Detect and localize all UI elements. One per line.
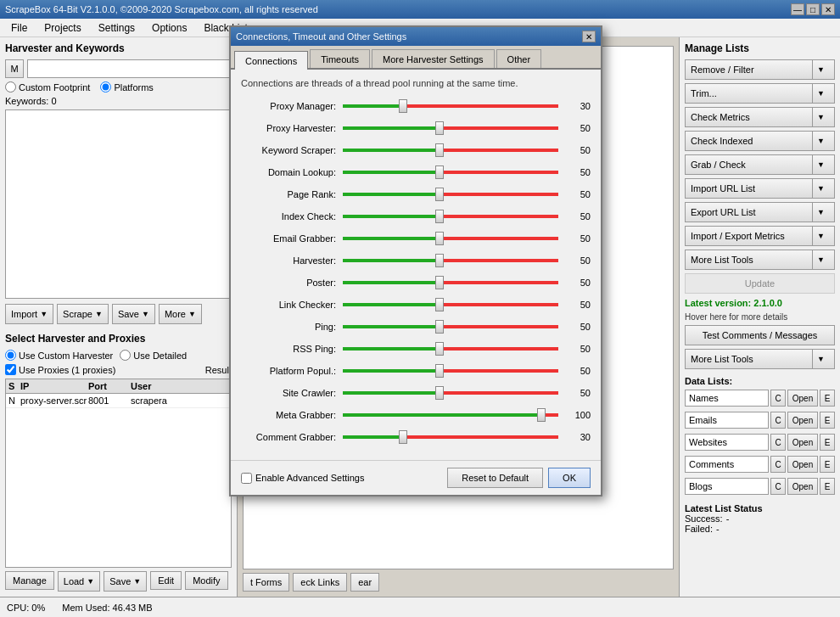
- import-button[interactable]: Import ▼: [5, 304, 53, 324]
- slider-thumb-1[interactable]: [435, 121, 444, 135]
- import-url-button[interactable]: Import URL List ▼: [685, 178, 835, 199]
- scrape-button[interactable]: Scrape ▼: [57, 304, 109, 324]
- slider-thumb-4[interactable]: [435, 188, 444, 201]
- slider-thumb-0[interactable]: [399, 99, 407, 113]
- use-proxies-checkbox[interactable]: Use Proxies (1 proxies): [5, 364, 115, 375]
- ok-button[interactable]: OK: [548, 468, 591, 488]
- slider-value-13: 50: [565, 388, 591, 398]
- check-indexed-arrow-icon[interactable]: ▼: [812, 132, 829, 150]
- check-metrics-arrow-icon[interactable]: ▼: [812, 108, 829, 126]
- websites-open-button[interactable]: Open: [787, 434, 818, 451]
- menu-options[interactable]: Options: [144, 20, 194, 36]
- custom-harvester-radio[interactable]: Use Custom Harvester: [5, 350, 113, 361]
- menu-file[interactable]: File: [3, 20, 35, 36]
- slider-thumb-12[interactable]: [435, 364, 444, 378]
- edit-button[interactable]: Edit: [150, 571, 182, 590]
- custom-footprint-radio[interactable]: Custom Footprint: [5, 81, 90, 93]
- import-export-metrics-button[interactable]: Import / Export Metrics ▼: [685, 226, 835, 246]
- slider-thumb-2[interactable]: [435, 143, 444, 157]
- slider-thumb-6[interactable]: [435, 232, 444, 245]
- export-url-button[interactable]: Export URL List ▼: [685, 202, 835, 222]
- slider-container-0: [343, 98, 558, 114]
- menu-settings[interactable]: Settings: [91, 20, 143, 36]
- slider-container-5: [343, 209, 558, 224]
- emails-e-button[interactable]: E: [820, 412, 835, 429]
- forms-button[interactable]: t Forms: [243, 573, 289, 592]
- blogs-c-button[interactable]: C: [770, 478, 786, 495]
- comments-c-button[interactable]: C: [770, 456, 786, 473]
- platforms-radio[interactable]: Platforms: [100, 81, 153, 93]
- load-button[interactable]: Load ▼: [58, 571, 100, 592]
- slider-thumb-5[interactable]: [435, 210, 444, 223]
- more-button[interactable]: More ▼: [159, 304, 202, 324]
- modify-button[interactable]: Modify: [185, 571, 227, 590]
- grab-check-button[interactable]: Grab / Check ▼: [685, 154, 835, 175]
- trim-button[interactable]: Trim... ▼: [685, 83, 835, 104]
- slider-thumb-14[interactable]: [537, 408, 546, 422]
- websites-e-button[interactable]: E: [820, 434, 835, 451]
- use-detailed-radio[interactable]: Use Detailed: [120, 350, 187, 361]
- save-button[interactable]: Save ▼: [112, 304, 155, 324]
- tab-more-harvester[interactable]: More Harvester Settings: [372, 49, 495, 68]
- slider-thumb-3[interactable]: [435, 165, 444, 179]
- tab-other[interactable]: Other: [496, 49, 542, 68]
- remove-filter-arrow-icon[interactable]: ▼: [812, 60, 829, 79]
- tab-timeouts[interactable]: Timeouts: [310, 49, 370, 68]
- trim-arrow-icon[interactable]: ▼: [812, 84, 829, 103]
- minimize-button[interactable]: —: [791, 3, 804, 15]
- comments-e-button[interactable]: E: [820, 456, 835, 473]
- import-export-metrics-arrow-icon[interactable]: ▼: [812, 227, 829, 245]
- bottom-save-button[interactable]: Save ▼: [104, 571, 147, 592]
- emails-open-button[interactable]: Open: [787, 412, 818, 429]
- slider-value-8: 50: [565, 278, 591, 288]
- more-list-tools-button-2[interactable]: More List Tools ▼: [685, 349, 835, 369]
- lear-button[interactable]: ear: [350, 573, 379, 592]
- grab-check-arrow-icon[interactable]: ▼: [812, 155, 829, 174]
- list-status-section: Latest List Status Success: - Failed: -: [685, 503, 835, 534]
- keywords-area[interactable]: [5, 109, 232, 299]
- check-links-button[interactable]: eck Links: [293, 573, 347, 592]
- slider-thumb-8[interactable]: [435, 276, 444, 289]
- slider-row-12: Platform Popul.: 50: [241, 363, 591, 379]
- slider-label-5: Index Check:: [241, 211, 343, 222]
- names-c-button[interactable]: C: [770, 390, 786, 407]
- check-metrics-button[interactable]: Check Metrics ▼: [685, 107, 835, 127]
- comments-open-button[interactable]: Open: [787, 456, 818, 473]
- websites-c-button[interactable]: C: [770, 434, 786, 451]
- slider-label-10: Ping:: [241, 322, 343, 332]
- more-list-tools-arrow-icon[interactable]: ▼: [812, 250, 829, 269]
- more-list-tools-button[interactable]: More List Tools ▼: [685, 250, 835, 270]
- import-url-arrow-icon[interactable]: ▼: [812, 179, 829, 198]
- menu-projects[interactable]: Projects: [36, 20, 88, 36]
- export-url-arrow-icon[interactable]: ▼: [812, 203, 829, 222]
- test-comments-button[interactable]: Test Comments / Messages: [685, 325, 835, 345]
- results-label: Result: [205, 365, 232, 375]
- names-open-button[interactable]: Open: [787, 390, 818, 407]
- manage-button[interactable]: Manage: [5, 571, 54, 590]
- emails-c-button[interactable]: C: [770, 412, 786, 429]
- tab-connections[interactable]: Connections: [234, 51, 308, 70]
- success-row: Success: -: [685, 513, 835, 524]
- check-indexed-button[interactable]: Check Indexed ▼: [685, 131, 835, 151]
- dialog-close-button[interactable]: ✕: [582, 31, 596, 42]
- m-button[interactable]: M: [5, 59, 24, 78]
- harvester-input[interactable]: [27, 59, 232, 78]
- reset-to-default-button[interactable]: Reset to Default: [447, 468, 543, 488]
- status-bar: CPU: 0% Mem Used: 46.43 MB: [0, 597, 840, 617]
- more-list-tools-2-arrow-icon[interactable]: ▼: [812, 350, 829, 368]
- data-list-names: Names C Open E: [685, 390, 835, 407]
- slider-thumb-15[interactable]: [399, 430, 407, 444]
- enable-advanced-checkbox[interactable]: Enable Advanced Settings: [241, 473, 364, 484]
- slider-thumb-7[interactable]: [435, 254, 444, 267]
- slider-thumb-11[interactable]: [435, 342, 444, 356]
- slider-thumb-13[interactable]: [435, 386, 444, 400]
- close-window-button[interactable]: ✕: [821, 3, 835, 15]
- remove-filter-button[interactable]: Remove / Filter ▼: [685, 59, 835, 80]
- slider-thumb-9[interactable]: [435, 298, 444, 311]
- blogs-e-button[interactable]: E: [820, 478, 835, 495]
- blogs-open-button[interactable]: Open: [787, 478, 818, 495]
- names-e-button[interactable]: E: [820, 390, 835, 407]
- slider-row-10: Ping: 50: [241, 319, 591, 334]
- maximize-button[interactable]: □: [806, 3, 820, 15]
- slider-thumb-10[interactable]: [435, 320, 444, 334]
